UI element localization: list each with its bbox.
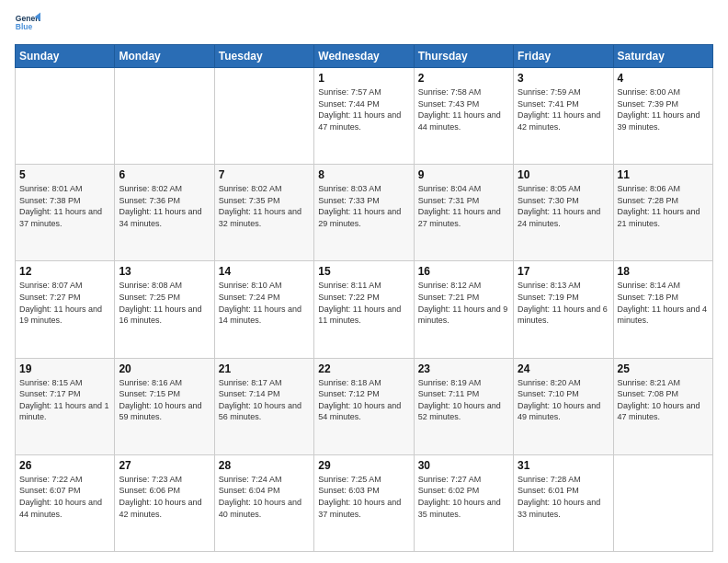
- day-info: Sunrise: 8:02 AMSunset: 7:36 PMDaylight:…: [119, 183, 210, 229]
- day-info: Sunrise: 7:27 AMSunset: 6:02 PMDaylight:…: [418, 474, 509, 520]
- day-number: 7: [219, 168, 310, 181]
- day-number: 13: [119, 265, 210, 278]
- day-number: 11: [618, 168, 709, 181]
- day-number: 3: [518, 72, 609, 85]
- calendar-week-row: 12Sunrise: 8:07 AMSunset: 7:27 PMDayligh…: [16, 261, 713, 358]
- day-number: 6: [119, 168, 210, 181]
- day-number: 4: [618, 72, 709, 85]
- day-info: Sunrise: 8:01 AMSunset: 7:38 PMDaylight:…: [19, 183, 110, 229]
- day-number: 23: [418, 362, 509, 375]
- day-number: 9: [418, 168, 509, 181]
- calendar-header-day: Sunday: [16, 45, 115, 68]
- day-info: Sunrise: 8:20 AMSunset: 7:10 PMDaylight:…: [518, 377, 609, 423]
- calendar-day-cell: 29Sunrise: 7:25 AMSunset: 6:03 PMDayligh…: [314, 454, 414, 551]
- calendar-header-day: Friday: [514, 45, 613, 68]
- calendar-day-cell: 5Sunrise: 8:01 AMSunset: 7:38 PMDaylight…: [16, 165, 115, 261]
- calendar-day-cell: 3Sunrise: 7:59 AMSunset: 7:41 PMDaylight…: [514, 68, 613, 165]
- day-number: 25: [618, 362, 709, 375]
- day-number: 26: [19, 459, 110, 472]
- day-info: Sunrise: 8:13 AMSunset: 7:19 PMDaylight:…: [518, 280, 609, 326]
- day-info: Sunrise: 7:28 AMSunset: 6:01 PMDaylight:…: [518, 474, 609, 520]
- calendar-day-cell: 26Sunrise: 7:22 AMSunset: 6:07 PMDayligh…: [16, 454, 115, 551]
- calendar-day-cell: 22Sunrise: 8:18 AMSunset: 7:12 PMDayligh…: [314, 358, 414, 454]
- calendar-header-day: Thursday: [414, 45, 513, 68]
- calendar-day-cell: [16, 68, 115, 165]
- day-number: 27: [119, 459, 210, 472]
- calendar-table: SundayMondayTuesdayWednesdayThursdayFrid…: [15, 44, 713, 552]
- svg-text:Blue: Blue: [16, 22, 33, 31]
- day-info: Sunrise: 7:24 AMSunset: 6:04 PMDaylight:…: [219, 474, 310, 520]
- day-number: 2: [418, 72, 509, 85]
- calendar-day-cell: 14Sunrise: 8:10 AMSunset: 7:24 PMDayligh…: [214, 261, 313, 358]
- calendar-day-cell: 30Sunrise: 7:27 AMSunset: 6:02 PMDayligh…: [414, 454, 513, 551]
- logo: General Blue: [15, 11, 40, 37]
- calendar-day-cell: 23Sunrise: 8:19 AMSunset: 7:11 PMDayligh…: [414, 358, 513, 454]
- calendar-day-cell: 18Sunrise: 8:14 AMSunset: 7:18 PMDayligh…: [613, 261, 712, 358]
- day-info: Sunrise: 7:59 AMSunset: 7:41 PMDaylight:…: [518, 86, 609, 132]
- day-info: Sunrise: 8:07 AMSunset: 7:27 PMDaylight:…: [19, 280, 110, 326]
- day-info: Sunrise: 8:08 AMSunset: 7:25 PMDaylight:…: [119, 280, 210, 326]
- day-info: Sunrise: 8:00 AMSunset: 7:39 PMDaylight:…: [618, 86, 709, 132]
- day-info: Sunrise: 8:03 AMSunset: 7:33 PMDaylight:…: [318, 183, 409, 229]
- day-number: 8: [318, 168, 409, 181]
- logo-icon: General Blue: [15, 11, 40, 37]
- calendar-day-cell: 1Sunrise: 7:57 AMSunset: 7:44 PMDaylight…: [314, 68, 414, 165]
- calendar-day-cell: 8Sunrise: 8:03 AMSunset: 7:33 PMDaylight…: [314, 165, 414, 261]
- day-number: 20: [119, 362, 210, 375]
- day-number: 24: [518, 362, 609, 375]
- day-number: 5: [19, 168, 110, 181]
- calendar-day-cell: 24Sunrise: 8:20 AMSunset: 7:10 PMDayligh…: [514, 358, 613, 454]
- day-number: 12: [19, 265, 110, 278]
- calendar-header-day: Monday: [115, 45, 214, 68]
- day-number: 10: [518, 168, 609, 181]
- day-info: Sunrise: 8:19 AMSunset: 7:11 PMDaylight:…: [418, 377, 509, 423]
- day-info: Sunrise: 8:06 AMSunset: 7:28 PMDaylight:…: [618, 183, 709, 229]
- calendar-day-cell: 25Sunrise: 8:21 AMSunset: 7:08 PMDayligh…: [613, 358, 712, 454]
- calendar-day-cell: [214, 68, 313, 165]
- day-info: Sunrise: 8:18 AMSunset: 7:12 PMDaylight:…: [318, 377, 409, 423]
- calendar-day-cell: 9Sunrise: 8:04 AMSunset: 7:31 PMDaylight…: [414, 165, 513, 261]
- day-number: 31: [518, 459, 609, 472]
- calendar-day-cell: 19Sunrise: 8:15 AMSunset: 7:17 PMDayligh…: [16, 358, 115, 454]
- day-number: 17: [518, 265, 609, 278]
- day-info: Sunrise: 8:15 AMSunset: 7:17 PMDaylight:…: [19, 377, 110, 423]
- day-number: 30: [418, 459, 509, 472]
- day-info: Sunrise: 8:05 AMSunset: 7:30 PMDaylight:…: [518, 183, 609, 229]
- day-info: Sunrise: 8:17 AMSunset: 7:14 PMDaylight:…: [219, 377, 310, 423]
- header: General Blue: [15, 11, 713, 37]
- calendar-week-row: 5Sunrise: 8:01 AMSunset: 7:38 PMDaylight…: [16, 165, 713, 261]
- calendar-day-cell: 17Sunrise: 8:13 AMSunset: 7:19 PMDayligh…: [514, 261, 613, 358]
- page: General Blue SundayMondayTuesdayWednesda…: [0, 0, 728, 563]
- day-info: Sunrise: 8:12 AMSunset: 7:21 PMDaylight:…: [418, 280, 509, 326]
- calendar-day-cell: 31Sunrise: 7:28 AMSunset: 6:01 PMDayligh…: [514, 454, 613, 551]
- day-number: 15: [318, 265, 409, 278]
- calendar-header-row: SundayMondayTuesdayWednesdayThursdayFrid…: [16, 45, 713, 68]
- day-info: Sunrise: 8:10 AMSunset: 7:24 PMDaylight:…: [219, 280, 310, 326]
- calendar-day-cell: 20Sunrise: 8:16 AMSunset: 7:15 PMDayligh…: [115, 358, 214, 454]
- day-number: 21: [219, 362, 310, 375]
- calendar-day-cell: 27Sunrise: 7:23 AMSunset: 6:06 PMDayligh…: [115, 454, 214, 551]
- calendar-day-cell: 28Sunrise: 7:24 AMSunset: 6:04 PMDayligh…: [214, 454, 313, 551]
- calendar-day-cell: 11Sunrise: 8:06 AMSunset: 7:28 PMDayligh…: [613, 165, 712, 261]
- day-number: 16: [418, 265, 509, 278]
- day-info: Sunrise: 7:23 AMSunset: 6:06 PMDaylight:…: [119, 474, 210, 520]
- calendar-header-day: Saturday: [613, 45, 712, 68]
- calendar-day-cell: 12Sunrise: 8:07 AMSunset: 7:27 PMDayligh…: [16, 261, 115, 358]
- calendar-week-row: 19Sunrise: 8:15 AMSunset: 7:17 PMDayligh…: [16, 358, 713, 454]
- day-info: Sunrise: 8:16 AMSunset: 7:15 PMDaylight:…: [119, 377, 210, 423]
- calendar-day-cell: 21Sunrise: 8:17 AMSunset: 7:14 PMDayligh…: [214, 358, 313, 454]
- calendar-header-day: Wednesday: [314, 45, 414, 68]
- day-info: Sunrise: 7:58 AMSunset: 7:43 PMDaylight:…: [418, 86, 509, 132]
- calendar-day-cell: 10Sunrise: 8:05 AMSunset: 7:30 PMDayligh…: [514, 165, 613, 261]
- day-number: 1: [318, 72, 409, 85]
- calendar-day-cell: 4Sunrise: 8:00 AMSunset: 7:39 PMDaylight…: [613, 68, 712, 165]
- day-number: 22: [318, 362, 409, 375]
- day-info: Sunrise: 8:14 AMSunset: 7:18 PMDaylight:…: [618, 280, 709, 326]
- calendar-day-cell: 16Sunrise: 8:12 AMSunset: 7:21 PMDayligh…: [414, 261, 513, 358]
- calendar-day-cell: [613, 454, 712, 551]
- day-info: Sunrise: 7:57 AMSunset: 7:44 PMDaylight:…: [318, 86, 409, 132]
- day-info: Sunrise: 8:11 AMSunset: 7:22 PMDaylight:…: [318, 280, 409, 326]
- calendar-day-cell: [115, 68, 214, 165]
- calendar-day-cell: 6Sunrise: 8:02 AMSunset: 7:36 PMDaylight…: [115, 165, 214, 261]
- calendar-day-cell: 15Sunrise: 8:11 AMSunset: 7:22 PMDayligh…: [314, 261, 414, 358]
